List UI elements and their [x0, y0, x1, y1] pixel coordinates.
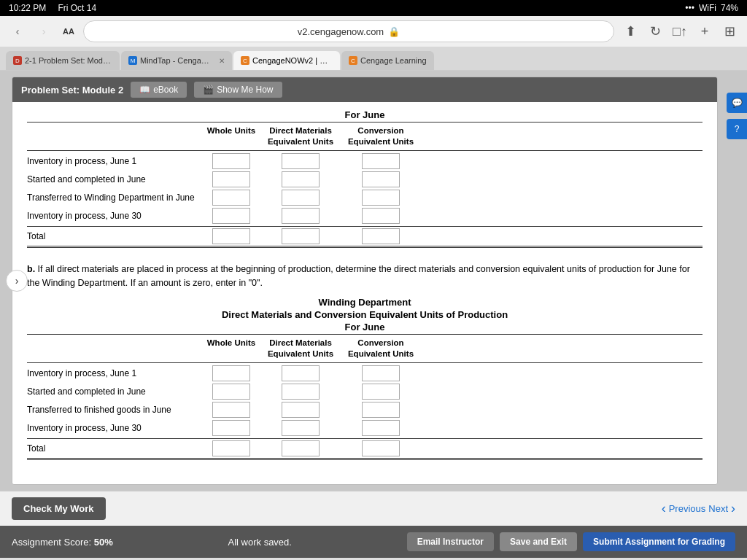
ebook-icon: 📖	[139, 85, 150, 95]
input-dm-units-1b[interactable]	[282, 365, 320, 381]
input-dm-units-3a[interactable]	[282, 190, 320, 206]
input-conv-units-3b[interactable]	[362, 402, 400, 418]
input-dm-units-2a[interactable]	[282, 171, 320, 187]
check-my-work-button[interactable]: Check My Work	[12, 497, 106, 520]
tabs-button[interactable]: ⊞	[719, 21, 740, 42]
input-whole-units-2b[interactable]	[212, 384, 250, 400]
ebook-tab[interactable]: 📖 eBook	[131, 82, 187, 98]
input-conv-units-total-b[interactable]	[362, 440, 400, 456]
input-whole-units-3a[interactable]	[212, 190, 250, 206]
input-whole-units-2a[interactable]	[212, 171, 250, 187]
input-conv-units-4b[interactable]	[362, 420, 400, 436]
input-whole-units-4b[interactable]	[212, 420, 250, 436]
next-chevron: ›	[731, 501, 735, 516]
showme-tab[interactable]: 🎬 Show Me How	[194, 82, 282, 98]
section-a-title: For June	[27, 109, 703, 120]
tab2-close[interactable]: ✕	[219, 57, 225, 65]
input-conv-units-2b[interactable]	[362, 384, 400, 400]
assignment-score: Assignment Score: 50%	[12, 537, 113, 548]
tab-3[interactable]: C CengageNOWv2 | Online teachin...	[233, 51, 340, 70]
aa-button[interactable]: AA	[60, 26, 77, 37]
share-button[interactable]: ⬆	[620, 21, 640, 42]
previous-chevron: ‹	[662, 501, 666, 516]
forward-button[interactable]: ›	[34, 21, 54, 42]
input-whole-units-4a[interactable]	[212, 208, 250, 224]
section-b-col-headers: Whole Units Direct Materials Equivalent …	[27, 336, 703, 361]
help-button[interactable]: ?	[727, 119, 747, 139]
input-conv-units-3a[interactable]	[362, 190, 400, 206]
submit-assignment-button[interactable]: Submit Assignment for Grading	[583, 532, 735, 551]
col-header-conv: Conversion Equivalent Units	[341, 124, 421, 149]
row-label: Total	[27, 231, 202, 241]
section-b-period: For June	[27, 322, 703, 332]
input-whole-units-1a[interactable]	[212, 153, 250, 169]
section-a-col-headers: Whole Units Direct Materials Equivalent …	[27, 124, 703, 149]
tab-2[interactable]: M MindTap - Cengage Learning ✕	[121, 51, 232, 70]
input-conv-units-2a[interactable]	[362, 171, 400, 187]
input-dm-units-4b[interactable]	[282, 420, 320, 436]
section-b-dept-title: Winding Department	[27, 297, 703, 308]
email-instructor-button[interactable]: Email Instructor	[407, 532, 494, 551]
panel-title: Problem Set: Module 2	[21, 85, 123, 96]
row-label: Inventory in process, June 30	[27, 423, 202, 433]
tab2-label: MindTap - Cengage Learning	[140, 56, 213, 65]
row-label: Inventory in process, June 30	[27, 211, 202, 221]
status-bar: 10:22 PM Fri Oct 14 ••• WiFi 74%	[0, 0, 747, 16]
expand-panel-button[interactable]: ›	[6, 270, 28, 292]
col-header-whole: Whole Units	[202, 124, 260, 149]
table-row: Started and completed in June	[27, 384, 703, 400]
table-row: Inventory in process, June 30	[27, 420, 703, 436]
col-b-header-dm: Direct Materials Equivalent Units	[260, 336, 341, 361]
table-row-total: Total	[27, 438, 703, 460]
input-dm-units-1a[interactable]	[282, 153, 320, 169]
next-button[interactable]: Next	[708, 503, 728, 514]
tab1-label: 2-1 Problem Set: Module Two - A...	[25, 56, 112, 65]
row-label: Transferred to Winding Department in Jun…	[27, 192, 202, 203]
input-whole-units-total-b[interactable]	[212, 440, 250, 456]
new-tab-button[interactable]: +	[694, 21, 715, 42]
reload-button[interactable]: ↻	[645, 21, 665, 42]
col-b-header-conv: Conversion Equivalent Units	[341, 336, 421, 361]
row-label: Started and completed in June	[27, 386, 202, 397]
tab4-icon: C	[349, 56, 357, 65]
input-dm-units-total-a[interactable]	[282, 228, 320, 244]
input-conv-1a[interactable]	[341, 153, 421, 169]
input-dm-units-4a[interactable]	[282, 208, 320, 224]
nav-buttons: ‹ Previous Next ›	[662, 501, 735, 516]
section-a-period: For June	[345, 109, 385, 120]
tab-4[interactable]: C Cengage Learning	[341, 51, 434, 70]
row-label: Total	[27, 443, 202, 454]
input-whole-1a[interactable]	[202, 153, 260, 169]
input-dm-1a[interactable]	[260, 153, 341, 169]
bottom-action-buttons: Email Instructor Save and Exit Submit As…	[407, 532, 735, 551]
tab-1[interactable]: D 2-1 Problem Set: Module Two - A...	[6, 51, 120, 70]
row-label: Inventory in process, June 1	[27, 368, 202, 378]
save-exit-button[interactable]: Save and Exit	[500, 532, 577, 551]
input-whole-units-1b[interactable]	[212, 365, 250, 381]
note-letter: b.	[27, 264, 35, 274]
input-dm-units-total-b[interactable]	[282, 440, 320, 456]
date: Fri Oct 14	[58, 3, 96, 13]
bookmark-button[interactable]: □↑	[670, 21, 690, 42]
row-label: Transferred to finished goods in June	[27, 405, 202, 415]
input-conv-units-4a[interactable]	[362, 208, 400, 224]
input-dm-units-3b[interactable]	[282, 402, 320, 418]
input-whole-units-total-a[interactable]	[212, 228, 250, 244]
content-panel: Problem Set: Module 2 📖 eBook 🎬 Show Me …	[12, 77, 718, 485]
input-conv-units-1b[interactable]	[362, 365, 400, 381]
input-conv-units-total-a[interactable]	[362, 228, 400, 244]
chat-helper-button[interactable]: 💬	[727, 93, 747, 113]
back-button[interactable]: ‹	[7, 21, 28, 42]
input-dm-units-2b[interactable]	[282, 384, 320, 400]
address-text: v2.cengagenow.com	[298, 26, 384, 37]
table-row: Started and completed in June	[27, 171, 703, 187]
input-conv-units-1a[interactable]	[362, 153, 400, 169]
tab2-icon: M	[128, 56, 137, 65]
table-row: Transferred to finished goods in June	[27, 402, 703, 418]
table-row: Transferred to Winding Department in Jun…	[27, 190, 703, 206]
section-b-subtitle: Direct Materials and Conversion Equivale…	[27, 309, 703, 320]
ebook-label: eBook	[153, 85, 178, 95]
address-bar[interactable]: v2.cengagenow.com 🔒	[83, 20, 614, 42]
previous-button[interactable]: Previous	[669, 503, 706, 514]
input-whole-units-3b[interactable]	[212, 402, 250, 418]
